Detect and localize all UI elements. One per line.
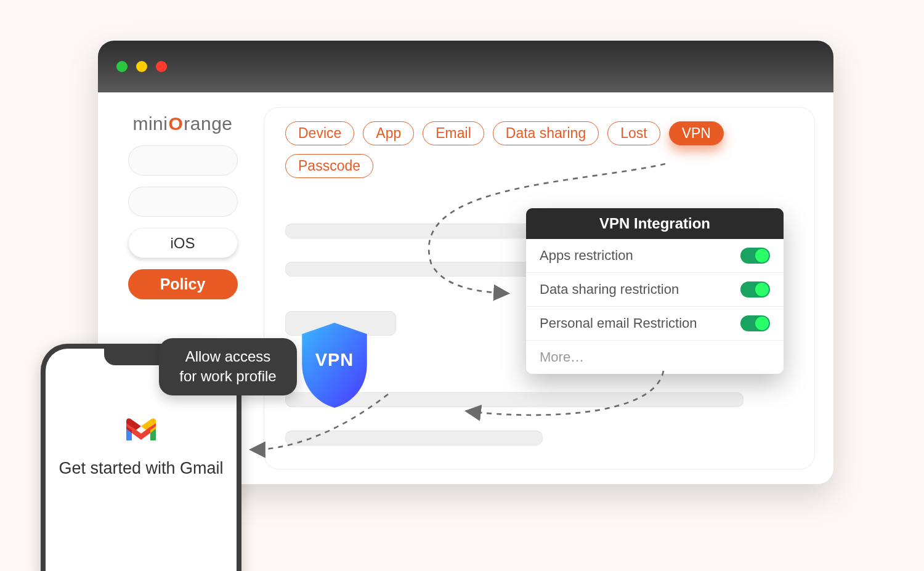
popup-row-label: Apps restriction [540, 248, 633, 264]
sidebar-item-label: Policy [160, 275, 206, 293]
placeholder-line [285, 262, 543, 277]
phone-caption: Get started with Gmail [46, 457, 235, 479]
toggle-personal-email-restriction[interactable] [740, 315, 770, 331]
popup-row-more[interactable]: More… [526, 341, 784, 374]
gmail-icon [124, 418, 158, 443]
tab-label: Passcode [298, 158, 360, 174]
tab-label: Device [298, 125, 341, 141]
work-profile-callout: Allow access for work profile [159, 338, 297, 395]
vpn-shield-label: VPN [297, 350, 372, 370]
tab-email[interactable]: Email [423, 121, 484, 145]
toggle-data-sharing-restriction[interactable] [740, 281, 770, 298]
sidebar-item-placeholder-2[interactable] [128, 187, 238, 217]
toggle-apps-restriction[interactable] [740, 248, 770, 264]
popup-row-apps-restriction: Apps restriction [526, 239, 784, 273]
sidebar-item-policy[interactable]: Policy [128, 269, 238, 299]
vpn-shield-badge: VPN [297, 320, 372, 410]
tab-label: App [376, 125, 401, 141]
popup-row-label: Data sharing restriction [540, 281, 679, 298]
popup-row-data-sharing-restriction: Data sharing restriction [526, 273, 784, 307]
traffic-light-green-icon[interactable] [116, 61, 128, 72]
sidebar-item-ios[interactable]: iOS [128, 228, 238, 258]
tab-app[interactable]: App [363, 121, 414, 145]
placeholder-line [285, 431, 543, 445]
tab-row: Device App Email Data sharing Lost VPN P… [285, 121, 793, 178]
tab-label: Lost [620, 125, 647, 141]
brand-logo: miniOrange [132, 113, 232, 134]
popup-row-personal-email-restriction: Personal email Restriction [526, 307, 784, 341]
tab-label: Email [436, 125, 471, 141]
popup-title: VPN Integration [526, 208, 784, 239]
tab-lost[interactable]: Lost [607, 121, 660, 145]
popup-row-label: Personal email Restriction [540, 315, 697, 331]
brand-part2: O [168, 113, 184, 134]
tab-data-sharing[interactable]: Data sharing [493, 121, 599, 145]
tab-passcode[interactable]: Passcode [285, 154, 373, 178]
tab-device[interactable]: Device [285, 121, 354, 145]
traffic-light-yellow-icon[interactable] [136, 61, 147, 72]
window-titlebar [98, 41, 833, 92]
popup-more-label: More… [540, 349, 584, 365]
sidebar-item-label: iOS [170, 235, 195, 252]
brand-part3: range [184, 113, 232, 134]
brand-part1: mini [132, 113, 168, 134]
vpn-integration-popup: VPN Integration Apps restriction Data sh… [526, 208, 784, 374]
shield-icon [297, 402, 372, 412]
sidebar-item-placeholder-1[interactable] [128, 145, 238, 176]
callout-text: Allow access for work profile [179, 348, 276, 384]
tab-label: Data sharing [506, 125, 586, 141]
tab-vpn[interactable]: VPN [669, 121, 724, 145]
tab-label: VPN [682, 125, 711, 141]
traffic-light-red-icon[interactable] [156, 61, 167, 72]
